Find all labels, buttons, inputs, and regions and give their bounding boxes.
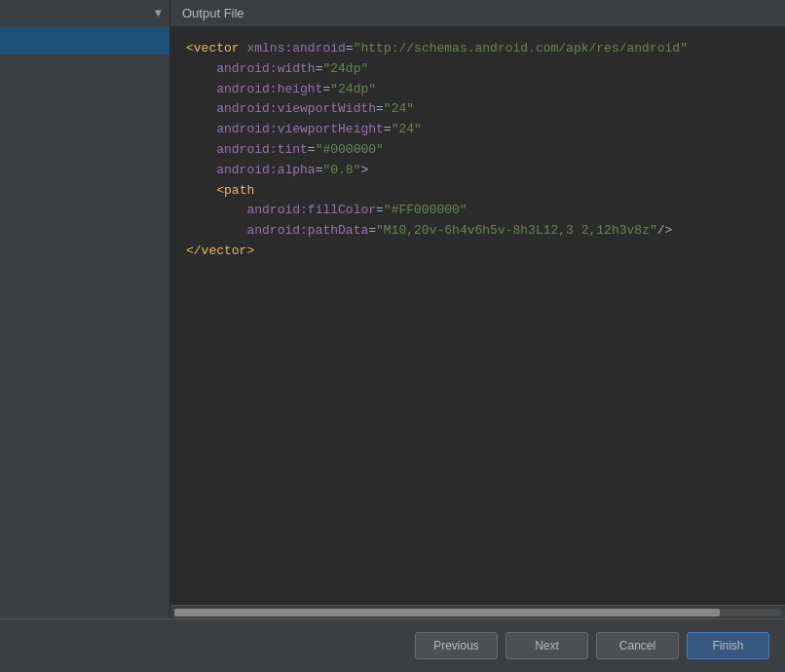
equal4: = [376, 101, 384, 116]
close-bracket: > [360, 163, 368, 177]
code-line-4: android:viewportWidth="24" [186, 99, 769, 120]
code-line-8: <path [186, 181, 769, 202]
code-line-5: android:viewportHeight="24" [186, 120, 769, 140]
tag-close-vector: vector [202, 243, 247, 258]
finish-button[interactable]: Finish [687, 632, 769, 659]
equal9: = [368, 223, 376, 238]
bracket3: </ [186, 243, 202, 258]
previous-button[interactable]: Previous [415, 632, 498, 659]
scrollbar-track [174, 609, 781, 616]
attr-val-xmlns: "http://schemas.android.com/apk/res/andr… [354, 41, 688, 56]
equal: = [346, 41, 354, 56]
code-line-10: android:pathData="M10,20v-6h4v6h5v-8h3L1… [186, 221, 769, 242]
attr-val-alpha: "0.8" [322, 163, 360, 177]
attr-val-height: "24dp" [330, 82, 376, 96]
chevron-down-icon: ▼ [155, 7, 162, 20]
attr-val-pathdata: "M10,20v-6h4v6h5v-8h3L12,3 2,12h3v8z" [376, 223, 657, 238]
attr-xmlns: xmlns:android [246, 41, 345, 56]
content-area: Output File <vector xmlns:android="http:… [170, 0, 785, 618]
sidebar-item-selected[interactable] [0, 27, 169, 55]
scrollbar-thumb[interactable] [174, 609, 720, 616]
code-editor: <vector xmlns:android="http://schemas.an… [170, 27, 785, 605]
bracket4: > [246, 243, 254, 258]
attr-val-tint: "#000000" [316, 142, 384, 157]
attr-val-width: "24dp" [322, 61, 368, 76]
code-line-9: android:fillColor="#FF000000" [186, 201, 769, 221]
content-header: Output File [170, 0, 785, 27]
tag-path: path [224, 183, 254, 198]
attr-height: android:height [216, 82, 322, 96]
attr-width: android:width [216, 61, 315, 76]
code-line-11: </vector> [186, 242, 769, 262]
attr-tint: android:tint [216, 142, 308, 157]
sidebar: ▼ [0, 0, 170, 618]
attr-val-fillcolor: "#FF000000" [384, 203, 467, 217]
output-file-label: Output File [182, 6, 244, 20]
attr-val-vpwidth: "24" [384, 101, 414, 116]
tag-vector: vector [194, 41, 240, 56]
code-line-6: android:tint="#000000" [186, 140, 769, 161]
code-line-1: <vector xmlns:android="http://schemas.an… [186, 39, 769, 59]
code-line-2: android:width="24dp" [186, 59, 769, 80]
equal5: = [384, 122, 392, 136]
attr-vpwidth: android:viewportWidth [216, 101, 376, 116]
attr-alpha: android:alpha [216, 163, 315, 177]
bottom-bar: Previous Next Cancel Finish [0, 618, 785, 672]
self-close: /> [657, 223, 673, 238]
attr-val-vpheight: "24" [392, 122, 422, 136]
equal6: = [308, 142, 316, 157]
horizontal-scrollbar[interactable] [170, 605, 785, 618]
bracket: < [186, 41, 194, 56]
bracket2: < [216, 183, 224, 198]
attr-pathdata: android:pathData [246, 223, 368, 238]
attr-vpheight: android:viewportHeight [216, 122, 384, 136]
code-line-3: android:height="24dp" [186, 80, 769, 100]
attr-fillcolor: android:fillColor [246, 203, 376, 217]
code-line-7: android:alpha="0.8"> [186, 161, 769, 181]
sidebar-header: ▼ [0, 0, 169, 27]
next-button[interactable]: Next [505, 632, 588, 659]
cancel-button[interactable]: Cancel [596, 632, 679, 659]
equal8: = [376, 203, 384, 217]
